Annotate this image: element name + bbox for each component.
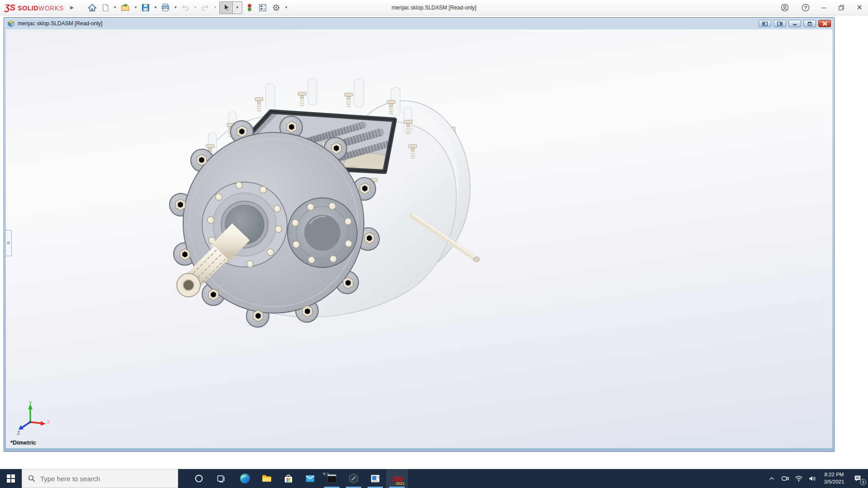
open-icon: [120, 3, 131, 13]
task-pane-icon: [258, 3, 268, 13]
network-button[interactable]: [792, 469, 806, 488]
gearbox-model[interactable]: [6, 29, 832, 448]
close-button[interactable]: ✕: [857, 4, 863, 11]
solidworks-logo-mark: ƷS: [5, 3, 15, 13]
side-cover[interactable]: [288, 198, 357, 267]
taskbar-search[interactable]: [22, 469, 178, 488]
notification-badge: 3: [860, 479, 866, 485]
assembly-document-icon: [7, 20, 15, 27]
save-caret[interactable]: ▼: [152, 5, 159, 9]
mail-icon: [304, 473, 316, 484]
splitter-handle-dot: [7, 241, 10, 244]
taskbar-item-command-prompt[interactable]: C:\_: [321, 469, 343, 488]
menu-flyout-arrow-icon[interactable]: ▶: [70, 5, 74, 10]
meet-now-button[interactable]: [778, 469, 792, 488]
redo-caret[interactable]: ▼: [212, 5, 218, 9]
redo-icon: [200, 3, 210, 13]
taskbar-item-edge[interactable]: [234, 469, 256, 488]
start-button[interactable]: [0, 469, 22, 488]
taskbar: C:\_ SW 2021: [0, 469, 868, 488]
print-button[interactable]: [159, 1, 172, 14]
print-caret[interactable]: ▼: [172, 5, 179, 9]
view-orientation-label: *Dimetric: [10, 439, 36, 446]
quick-access-toolbar: ▼ ▼ ▼ ▼ ▼: [85, 1, 289, 14]
search-input[interactable]: [40, 475, 158, 483]
doc-close-button[interactable]: [818, 20, 831, 27]
taskbar-item-file-explorer[interactable]: [256, 469, 278, 488]
undo-button[interactable]: [179, 1, 192, 14]
select-tool-button[interactable]: ▼: [219, 1, 242, 14]
clock-date: 3/5/2021: [819, 479, 849, 486]
options-caret[interactable]: ▼: [283, 5, 289, 9]
taskbar-item-store[interactable]: [278, 469, 299, 488]
volume-icon: [808, 474, 817, 483]
hidden-icons-button[interactable]: [765, 469, 778, 488]
rebuild-traffic-light-icon: [245, 2, 254, 13]
system-tray: 8:22 PM 3/5/2021 3: [765, 469, 868, 488]
new-document-button[interactable]: [99, 1, 112, 14]
solidworks-year-badge: 2021: [396, 481, 405, 486]
windows-logo-icon: [7, 474, 15, 483]
select-cursor-icon: [221, 3, 231, 13]
chevron-up-icon: [768, 474, 776, 483]
new-document-caret[interactable]: ▼: [112, 5, 118, 9]
triad-y-label: Y: [29, 401, 32, 406]
hexagon-app-icon: [348, 473, 359, 484]
undo-icon: [180, 3, 190, 13]
taskbar-item-mail[interactable]: [299, 469, 321, 488]
microsoft-store-icon: [283, 473, 294, 484]
document-title: menjac sklop.SLDASM [Read-only]: [18, 20, 102, 27]
document-window-controls: [759, 20, 831, 27]
tile-left-icon: [762, 22, 768, 26]
task-view-button[interactable]: [210, 469, 231, 488]
taskbar-item-media-window[interactable]: [364, 469, 386, 488]
clock-time: 8:22 PM: [819, 471, 849, 479]
featuremanager-collapsed-tab[interactable]: [6, 230, 12, 256]
redo-button[interactable]: [198, 1, 212, 14]
doc-restore-icon: [807, 22, 812, 26]
home-button[interactable]: [85, 1, 99, 14]
tile-right-button[interactable]: [774, 20, 786, 27]
document-title-bar[interactable]: menjac sklop.SLDASM [Read-only]: [4, 18, 834, 29]
taskbar-item-hexagon-app[interactable]: [343, 469, 364, 488]
restore-down-button[interactable]: [838, 4, 845, 11]
solidworks-2021-icon: SW 2021: [390, 472, 404, 485]
minimize-button[interactable]: –: [822, 4, 826, 11]
help-icon[interactable]: ?: [801, 3, 810, 12]
doc-restore-button[interactable]: [803, 20, 816, 27]
solidworks-logo: ƷSSOLIDWORKS: [5, 3, 64, 13]
orientation-triad: Y X Z: [15, 401, 51, 436]
select-tool-caret[interactable]: ▼: [233, 1, 242, 14]
doc-minimize-icon: [792, 22, 797, 26]
svg-text:?: ?: [804, 5, 807, 10]
doc-minimize-button[interactable]: [788, 20, 801, 27]
file-explorer-icon: [261, 473, 273, 484]
home-icon: [87, 3, 97, 13]
save-button[interactable]: [139, 1, 152, 14]
wifi-icon: [794, 474, 803, 483]
options-button[interactable]: [269, 1, 283, 14]
undo-caret[interactable]: ▼: [192, 5, 198, 9]
app-window-title: menjac sklop.SLDASM [Read-only]: [392, 0, 476, 15]
doc-close-icon: [822, 22, 827, 26]
tile-right-icon: [777, 22, 783, 26]
rebuild-button[interactable]: [243, 1, 256, 14]
print-icon: [160, 3, 170, 13]
app-title-bar: ƷSSOLIDWORKS ▶ ▼ ▼ ▼: [0, 0, 868, 15]
task-pane-button[interactable]: [256, 1, 269, 14]
taskbar-item-solidworks[interactable]: SW 2021: [386, 469, 408, 488]
open-button[interactable]: [118, 1, 132, 14]
account-icon[interactable]: [780, 3, 789, 12]
options-gear-icon: [271, 3, 281, 13]
open-caret[interactable]: ▼: [132, 5, 139, 9]
tile-left-button[interactable]: [759, 20, 771, 27]
cortana-button[interactable]: [188, 469, 210, 488]
volume-button[interactable]: [806, 469, 819, 488]
action-center-button[interactable]: 3: [849, 469, 866, 488]
edge-icon: [239, 473, 251, 484]
media-window-icon: [369, 473, 381, 484]
save-icon: [141, 3, 151, 13]
taskbar-clock[interactable]: 8:22 PM 3/5/2021: [819, 471, 849, 485]
graphics-viewport[interactable]: Y X Z *Dimetric: [6, 29, 832, 448]
meet-now-icon: [781, 474, 790, 483]
